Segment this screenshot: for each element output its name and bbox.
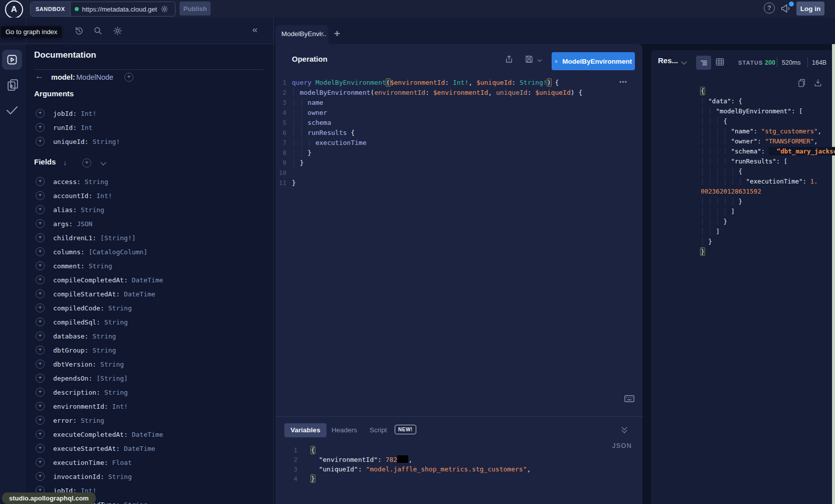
variables-editor[interactable]: 1 { 2 "environmentId": 782, 3 "uniqueId"… [275,445,642,483]
argument-type-link[interactable]: Int [81,124,92,131]
add-field-icon[interactable]: + [36,205,45,214]
share-icon[interactable] [505,55,514,64]
field-type-link[interactable]: DateTime [124,445,155,452]
graphql-code-line[interactable]: 5 │ │ schema [275,118,642,128]
add-field-icon[interactable]: + [36,360,45,369]
search-icon[interactable] [93,26,103,36]
field-type-link[interactable]: DateTime [124,290,155,298]
graphql-code-line[interactable]: 2 │ modelByEnvironment(environmentId: $e… [275,88,642,98]
graphql-code-line[interactable]: 3 │ │ name [275,98,642,108]
checks-icon[interactable] [6,105,19,115]
field-type-link[interactable]: [String] [96,375,128,382]
add-field-icon[interactable]: + [36,275,45,284]
keyboard-shortcuts-icon[interactable] [624,394,635,403]
field-type-link[interactable]: String [100,361,124,368]
field-type-link[interactable]: DateTime [132,431,163,438]
add-argument-icon[interactable]: + [36,109,45,118]
variables-code-line[interactable]: 1 { [275,445,642,455]
field-type-link[interactable]: JSON [77,220,92,228]
field-type-link[interactable]: String [104,389,128,396]
run-operation-button[interactable]: ModelByEnvironment [552,52,635,70]
settings-gear-icon[interactable] [113,26,122,36]
graphql-code-line[interactable]: 8 │ │ } [275,148,642,158]
add-field-icon[interactable]: + [36,233,45,242]
graphql-code-line[interactable]: 10 [275,168,642,178]
apollo-logo[interactable]: A [5,1,23,19]
field-type-link[interactable]: String [108,304,132,312]
add-field-icon[interactable]: + [36,317,45,326]
endpoint-url-field[interactable]: https://metadata.cloud.get [71,2,175,16]
argument-type-link[interactable]: Int! [81,110,96,117]
history-icon[interactable] [74,26,84,36]
back-arrow-icon[interactable]: ← [35,71,44,81]
field-type-link[interactable]: DateTime [132,276,163,284]
breadcrumb-type-link[interactable]: ModelNode [76,73,113,81]
close-tab-icon[interactable]: × [319,29,324,38]
field-type-link[interactable]: String [108,473,132,480]
field-type-link[interactable]: String [81,206,104,214]
graphql-code-line[interactable]: 6 │ │ runResults { [275,128,642,138]
operation-collections-icon[interactable] [7,78,19,92]
add-field-icon[interactable]: + [36,346,45,355]
add-field-icon[interactable]: + [36,289,45,298]
publish-button[interactable]: Publish [180,2,211,16]
collapse-sidebar-icon[interactable]: « [252,24,258,35]
graphql-code-line[interactable]: 4 │ │ owner [275,108,642,118]
add-field-icon[interactable]: + [36,430,45,439]
add-field-icon[interactable]: + [36,388,45,397]
add-field-icon[interactable]: + [36,247,45,256]
graphql-code-line[interactable]: 11 } [275,178,642,188]
add-field-icon[interactable]: + [36,458,45,467]
tab-variables[interactable]: Variables [284,423,326,437]
add-field-icon[interactable]: + [36,472,45,481]
new-tab-button[interactable]: + [334,28,340,40]
table-view-toggle[interactable] [715,57,725,67]
field-type-link[interactable]: Int! [96,192,112,200]
announcements-icon[interactable] [780,3,792,14]
add-field-icon[interactable]: + [36,261,45,270]
graphql-code-line[interactable]: 1 query ModelByEnvironment($environmentI… [275,78,642,88]
variables-code-line[interactable]: 3 "uniqueId": "model.jaffle_shop_metrics… [275,464,642,474]
add-argument-icon[interactable]: + [36,137,45,146]
response-dropdown-chevron-icon[interactable] [681,59,687,64]
help-icon[interactable]: ? [764,3,775,14]
add-argument-icon[interactable]: + [36,123,45,132]
field-type-link[interactable]: String [81,417,104,424]
graphql-code-line[interactable]: 7 │ │ │ executionTime [275,138,642,148]
tab-headers[interactable]: Headers [331,426,357,434]
field-type-link[interactable]: String [124,501,147,504]
field-type-link[interactable]: [CatalogColumn] [89,248,147,256]
raw-view-toggle[interactable] [696,56,711,70]
argument-type-link[interactable]: String! [92,138,120,145]
add-all-fields-icon[interactable]: + [82,158,91,167]
tab-script[interactable]: Script [370,426,387,434]
field-type-link[interactable]: String [104,318,128,326]
graphql-editor[interactable]: 1 query ModelByEnvironment($environmentI… [275,78,642,188]
operation-tab[interactable]: ModelByEnvi... × [275,25,328,44]
field-type-link[interactable]: String [92,332,116,340]
explorer-nav-item[interactable] [2,50,22,70]
login-button[interactable]: Log in [796,2,824,16]
field-type-link[interactable]: Int! [112,403,128,410]
endpoint-settings-icon[interactable] [160,5,169,13]
add-field-icon[interactable]: + [36,374,45,383]
sort-fields-icon[interactable]: ↓ [63,158,67,166]
add-field-icon[interactable]: + [36,331,45,341]
add-field-icon[interactable]: + [36,191,45,200]
add-field-icon[interactable]: + [36,416,45,425]
field-type-link[interactable]: String [89,262,112,270]
add-field-icon[interactable]: + [36,219,45,228]
add-field-icon[interactable]: + [124,73,133,82]
response-title[interactable]: Res... [658,56,678,65]
save-options-chevron-icon[interactable] [538,58,542,62]
field-type-link[interactable]: Float [112,459,132,466]
add-field-icon[interactable]: + [36,177,45,186]
variables-code-line[interactable]: 2 "environmentId": 782, [275,455,642,464]
collapse-panel-icon[interactable] [622,425,626,431]
add-field-icon[interactable]: + [36,303,45,312]
add-field-icon[interactable]: + [36,444,45,453]
field-type-link[interactable]: [String!] [100,234,135,242]
chevron-down-icon[interactable] [100,159,106,165]
field-type-link[interactable]: String [92,347,116,354]
field-type-link[interactable]: String [85,178,108,186]
